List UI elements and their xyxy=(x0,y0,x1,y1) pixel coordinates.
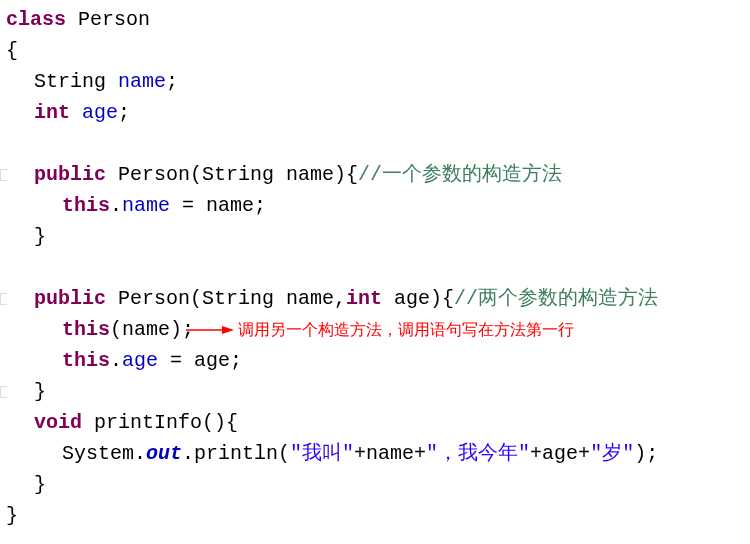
keyword-void: void xyxy=(34,411,82,434)
gutter-marker-icon xyxy=(0,293,7,305)
keyword-this: this xyxy=(62,318,110,341)
code-line-1: class Person xyxy=(6,4,744,35)
constructor-sig: Person(String name){ xyxy=(118,163,358,186)
code-line-7: this.name = name; xyxy=(6,190,744,221)
svg-marker-1 xyxy=(222,326,234,334)
keyword-this: this xyxy=(62,349,110,372)
code-line-12: this.age = age; xyxy=(6,345,744,376)
code-line-8: } xyxy=(6,221,744,252)
class-name: Person xyxy=(78,8,150,31)
code-line-10: public Person(String name,int age){//两个参… xyxy=(6,283,744,314)
blank-line xyxy=(6,252,744,283)
type-string: String xyxy=(34,70,106,93)
comment-one-param: //一个参数的构造方法 xyxy=(358,163,562,186)
annotation-text: 调用另一个构造方法，调用语句写在方法第一行 xyxy=(238,318,574,343)
keyword-int: int xyxy=(34,101,70,124)
code-line-2: { xyxy=(6,35,744,66)
code-line-14: void printInfo(){ xyxy=(6,407,744,438)
code-line-3: String name; xyxy=(6,66,744,97)
comment-two-param: //两个参数的构造方法 xyxy=(454,287,658,310)
code-line-16: } xyxy=(6,469,744,500)
gutter-marker-icon xyxy=(0,169,7,181)
field-name: name xyxy=(118,70,166,93)
blank-line xyxy=(6,128,744,159)
keyword-this: this xyxy=(62,194,110,217)
gutter-marker-icon xyxy=(0,386,7,398)
keyword-public: public xyxy=(34,163,106,186)
code-line-4: int age; xyxy=(6,97,744,128)
code-line-13: } xyxy=(6,376,744,407)
code-line-11: this(name); 调用另一个构造方法，调用语句写在方法第一行 xyxy=(6,314,744,345)
code-line-17: } xyxy=(6,500,744,531)
arrow-icon xyxy=(186,324,234,336)
keyword-int: int xyxy=(346,287,382,310)
keyword-class: class xyxy=(6,8,66,31)
code-line-15: System.out.println("我叫"+name+"，我今年"+age+… xyxy=(6,438,744,469)
static-field-out: out xyxy=(146,442,182,465)
code-line-6: public Person(String name){//一个参数的构造方法 xyxy=(6,159,744,190)
keyword-public: public xyxy=(34,287,106,310)
field-age: age xyxy=(82,101,118,124)
